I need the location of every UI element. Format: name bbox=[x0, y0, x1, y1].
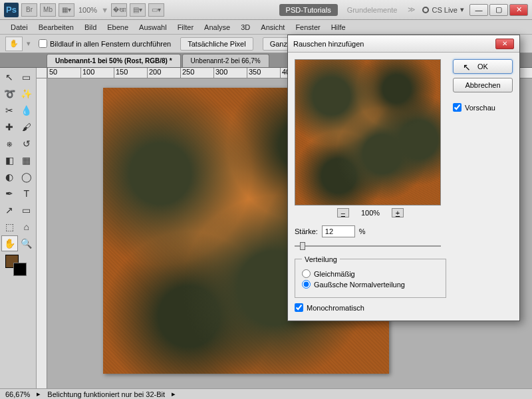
ok-label: OK bbox=[477, 63, 488, 70]
zoom-in-button[interactable]: + bbox=[392, 208, 404, 217]
menu-filter[interactable]: Filter bbox=[172, 21, 199, 33]
workspace-tab-inactive[interactable]: Grundelemente bbox=[340, 4, 404, 16]
brush-tool[interactable]: 🖌 bbox=[19, 119, 35, 135]
menu-bar: Datei Bearbeiten Bild Ebene Auswahl Filt… bbox=[0, 20, 532, 35]
preview-checkbox[interactable]: Vorschau bbox=[453, 103, 513, 112]
document-tab[interactable]: Unbenannt-1 bei 50% (Rost, RGB/8) * bbox=[47, 54, 181, 67]
arrange-icon[interactable]: ▤▾ bbox=[130, 3, 146, 17]
menu-hilfe[interactable]: Hilfe bbox=[326, 21, 351, 33]
crop-tool[interactable]: ✂ bbox=[1, 102, 18, 118]
stamp-tool[interactable]: ⎈ bbox=[1, 136, 18, 152]
minibridge-icon[interactable]: Mb bbox=[40, 3, 56, 17]
close-button[interactable]: ✕ bbox=[509, 4, 528, 16]
gaussian-radio[interactable]: Gaußsche Normalverteilung bbox=[302, 280, 439, 289]
healing-tool[interactable]: ✚ bbox=[1, 119, 18, 135]
status-chevron-icon[interactable]: ▸ bbox=[37, 390, 41, 398]
zoom-tool[interactable]: 🔍 bbox=[19, 235, 35, 251]
preview-label: Vorschau bbox=[465, 104, 495, 112]
cs-live-icon bbox=[422, 7, 429, 13]
status-message: Belichtung funktioniert nur bei 32-Bit bbox=[47, 390, 165, 398]
status-chevron-icon[interactable]: ▸ bbox=[172, 390, 176, 398]
layout-icon[interactable]: ▦▾ bbox=[59, 3, 74, 17]
gradient-tool[interactable]: ▦ bbox=[19, 152, 35, 168]
uniform-radio-input[interactable] bbox=[302, 269, 311, 278]
bridge-icon[interactable]: Br bbox=[21, 3, 37, 17]
dialog-title: Rauschen hinzufügen bbox=[293, 40, 364, 48]
preview-zoom: 100% bbox=[361, 209, 380, 217]
ruler-vertical[interactable] bbox=[37, 78, 47, 388]
path-tool[interactable]: ↗ bbox=[1, 202, 18, 218]
menu-fenster[interactable]: Fenster bbox=[290, 21, 325, 33]
chevron-down-icon: ▾ bbox=[460, 5, 464, 14]
shape-tool[interactable]: ▭ bbox=[19, 202, 35, 218]
scroll-all-input[interactable] bbox=[39, 39, 47, 48]
color-swatches[interactable] bbox=[1, 252, 35, 276]
cs-live-label: CS Live bbox=[432, 6, 458, 14]
cs-live-button[interactable]: CS Live ▾ bbox=[422, 5, 464, 14]
hand-tool-icon[interactable]: ✋ bbox=[5, 37, 23, 51]
uniform-radio[interactable]: Gleichmäßig bbox=[302, 269, 439, 278]
strength-unit: % bbox=[359, 227, 366, 235]
monochromatic-checkbox[interactable]: Monochromatisch bbox=[295, 303, 446, 312]
background-color[interactable] bbox=[13, 263, 27, 276]
gaussian-label: Gaußsche Normalverteilung bbox=[314, 281, 405, 289]
preview-input[interactable] bbox=[453, 103, 462, 112]
distribution-fieldset: Verteilung Gleichmäßig Gaußsche Normalve… bbox=[295, 259, 446, 298]
workspace-tab-active[interactable]: PSD-Tutorials bbox=[279, 4, 338, 16]
camera-tool[interactable]: ⌂ bbox=[19, 219, 35, 235]
strength-slider[interactable] bbox=[295, 240, 441, 252]
menu-auswahl[interactable]: Auswahl bbox=[134, 21, 172, 33]
actual-pixels-button[interactable]: Tatsächliche Pixel bbox=[180, 37, 253, 51]
monochromatic-input[interactable] bbox=[295, 303, 303, 312]
distribution-legend: Verteilung bbox=[302, 255, 340, 263]
strength-label: Stärke: bbox=[295, 227, 318, 235]
cursor-icon: ↖ bbox=[463, 62, 471, 72]
gaussian-radio-input[interactable] bbox=[302, 280, 311, 289]
dialog-titlebar[interactable]: Rauschen hinzufügen ✕ bbox=[288, 35, 519, 53]
menu-ansicht[interactable]: Ansicht bbox=[255, 21, 290, 33]
chevron-down-icon: ▼ bbox=[101, 6, 108, 14]
minimize-button[interactable]: — bbox=[469, 4, 488, 16]
zoom-out-button[interactable]: – bbox=[337, 208, 349, 217]
zoom-percentage[interactable]: 100% bbox=[78, 6, 97, 14]
slider-thumb[interactable] bbox=[300, 242, 305, 250]
screenmode-icon[interactable]: ▭▾ bbox=[148, 3, 164, 17]
app-logo: Ps bbox=[4, 3, 19, 17]
marquee-tool[interactable]: ▭ bbox=[19, 69, 35, 85]
menu-analyse[interactable]: Analyse bbox=[199, 21, 235, 33]
pen-tool[interactable]: ✒ bbox=[1, 186, 18, 201]
hand-tool[interactable]: ✋ bbox=[1, 235, 18, 251]
status-bar: 66,67% ▸ Belichtung funktioniert nur bei… bbox=[0, 388, 532, 399]
menu-3d[interactable]: 3D bbox=[235, 21, 255, 33]
blur-tool[interactable]: ◐ bbox=[1, 169, 18, 185]
3d-tool[interactable]: ⬚ bbox=[1, 219, 18, 235]
history-brush-tool[interactable]: ↺ bbox=[19, 136, 35, 152]
status-zoom[interactable]: 66,67% bbox=[5, 390, 30, 398]
scroll-all-checkbox[interactable]: Bildlauf in allen Fenstern durchführen bbox=[39, 39, 171, 48]
eraser-tool[interactable]: ◧ bbox=[1, 152, 18, 168]
dialog-close-button[interactable]: ✕ bbox=[495, 39, 514, 49]
menu-bearbeiten[interactable]: Bearbeiten bbox=[33, 21, 79, 33]
lasso-tool[interactable]: ➰ bbox=[1, 86, 18, 102]
type-tool[interactable]: T bbox=[19, 186, 35, 201]
tool-preset-icon[interactable]: �खा bbox=[111, 3, 127, 17]
noise-preview[interactable] bbox=[295, 59, 441, 205]
menu-ebene[interactable]: Ebene bbox=[102, 21, 134, 33]
eyedropper-tool[interactable]: 💧 bbox=[19, 102, 35, 118]
menu-bild[interactable]: Bild bbox=[79, 21, 102, 33]
add-noise-dialog: Rauschen hinzufügen ✕ – 100% + Stärke: %… bbox=[287, 35, 520, 321]
maximize-button[interactable]: ▢ bbox=[489, 4, 508, 16]
cancel-button[interactable]: Abbrechen bbox=[453, 78, 513, 92]
chevron-down-icon[interactable]: ▾ bbox=[27, 39, 31, 48]
menu-datei[interactable]: Datei bbox=[5, 21, 33, 33]
ruler-origin[interactable] bbox=[37, 68, 47, 78]
move-tool[interactable]: ↖ bbox=[1, 69, 18, 85]
toolbox: ↖ ▭ ➰ ✨ ✂ 💧 ✚ 🖌 ⎈ ↺ ◧ ▦ ◐ ◯ ✒ T ↗ ▭ ⬚ ⌂ … bbox=[0, 68, 37, 388]
dodge-tool[interactable]: ◯ bbox=[19, 169, 35, 185]
strength-input[interactable] bbox=[322, 225, 355, 237]
wand-tool[interactable]: ✨ bbox=[19, 86, 35, 102]
uniform-label: Gleichmäßig bbox=[314, 270, 355, 278]
chevron-right-icon[interactable]: ≫ bbox=[408, 5, 416, 14]
document-tab[interactable]: Unbenannt-2 bei 66,7% bbox=[182, 54, 269, 67]
ok-button[interactable]: OK ↖ bbox=[453, 59, 513, 74]
